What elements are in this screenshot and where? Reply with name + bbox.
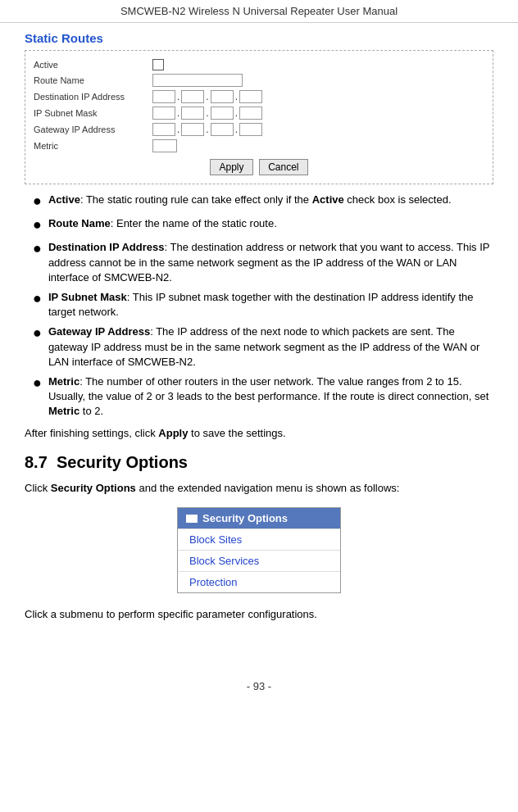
dest-ip-octet-2[interactable] xyxy=(181,90,204,103)
menu-item-protection[interactable]: Protection xyxy=(178,571,340,592)
gateway-dot-2: . xyxy=(206,124,208,135)
bullet-dot-3: ● xyxy=(33,238,42,259)
static-routes-form: Active Route Name Destination IP Address… xyxy=(25,50,493,184)
menu-item-block-sites[interactable]: Block Sites xyxy=(178,528,340,550)
bullet-term-dest: Destination IP Address xyxy=(48,241,165,253)
bullet-metric: ● Metric: The number of other routers in… xyxy=(33,374,493,420)
bullet-dest-ip: ● Destination IP Address: The destinatio… xyxy=(33,240,493,285)
bullet-text-6: Metric: The number of other routers in t… xyxy=(48,374,493,420)
cancel-button[interactable]: Cancel xyxy=(259,159,307,175)
bullet-text-4: IP Subnet Mask: This IP subnet mask toge… xyxy=(48,290,493,320)
security-options-title: Security Options xyxy=(57,453,188,471)
security-options-intro: Click Security Options and the extended … xyxy=(25,480,493,497)
gateway-octet-4[interactable] xyxy=(239,123,262,136)
gateway-row: Gateway IP Address . . . xyxy=(34,123,484,136)
bullet-subnet: ● IP Subnet Mask: This IP subnet mask to… xyxy=(33,290,493,320)
gateway-octet-2[interactable] xyxy=(181,123,204,136)
page-footer: - 93 - xyxy=(0,680,518,692)
gateway-octet-1[interactable] xyxy=(152,123,175,136)
menu-header-title: Security Options xyxy=(202,512,288,524)
apply-button[interactable]: Apply xyxy=(210,159,252,175)
bullet-term-gateway: Gateway IP Address xyxy=(48,325,150,338)
bullet-term-route: Route Name xyxy=(48,217,111,229)
bullet-text-1: Active: The static routing rule can take… xyxy=(48,193,493,207)
after-bullets-text: After finishing settings, click Apply to… xyxy=(25,425,493,442)
subnet-label: IP Subnet Mask xyxy=(34,108,152,118)
bullet-term-active: Active xyxy=(48,193,80,206)
bullet-gateway: ● Gateway IP Address: The IP address of … xyxy=(33,324,493,370)
active-label: Active xyxy=(34,60,152,70)
menu-header-icon xyxy=(186,515,198,523)
security-options-bold: Security Options xyxy=(51,482,136,494)
dest-ip-label: Destination IP Address xyxy=(34,92,152,102)
dest-ip-row: Destination IP Address . . . xyxy=(34,90,484,103)
menu-header: Security Options xyxy=(178,508,340,528)
route-name-row: Route Name xyxy=(34,74,484,87)
subnet-octet-2[interactable] xyxy=(181,107,204,120)
page-number: - 93 - xyxy=(247,680,271,692)
dest-ip-group: . . . xyxy=(152,90,262,103)
dest-ip-dot-2: . xyxy=(206,91,208,102)
bullet-text-3: Destination IP Address: The destination … xyxy=(48,240,493,285)
security-options-heading: 8.7 Security Options xyxy=(25,453,493,472)
route-name-label: Route Name xyxy=(34,75,152,85)
menu-box-wrapper: Security Options Block Sites Block Servi… xyxy=(25,507,493,593)
gateway-octet-3[interactable] xyxy=(211,123,234,136)
bullet-text-2: Route Name: Enter the name of the static… xyxy=(48,216,493,231)
active-row: Active xyxy=(34,59,484,70)
bullet-term-metric2: Metric xyxy=(48,405,80,417)
subnet-group: . . . xyxy=(152,107,262,120)
bullet-dot-2: ● xyxy=(33,215,42,235)
bullet-route-name: ● Route Name: Enter the name of the stat… xyxy=(33,216,493,235)
static-routes-bullets: ● Active: The static routing rule can ta… xyxy=(33,193,493,419)
gateway-dot-1: . xyxy=(177,124,179,135)
dest-ip-octet-1[interactable] xyxy=(152,90,175,103)
bullet-term-active2: Active xyxy=(312,193,344,206)
bullet-dot-4: ● xyxy=(33,288,42,309)
subnet-dot-2: . xyxy=(206,107,208,119)
subnet-octet-3[interactable] xyxy=(211,107,234,120)
bullet-text-5: Gateway IP Address: The IP address of th… xyxy=(48,324,493,370)
apply-bold: Apply xyxy=(158,427,188,439)
closing-text: Click a submenu to perform specific para… xyxy=(25,606,493,623)
header-title: SMCWEB-N2 Wireless N Universal Repeater … xyxy=(120,5,398,17)
menu-item-block-services[interactable]: Block Services xyxy=(178,550,340,571)
subnet-octet-1[interactable] xyxy=(152,107,175,120)
bullet-term-metric: Metric xyxy=(48,375,80,388)
subnet-dot-3: . xyxy=(235,107,238,119)
dest-ip-dot-1: . xyxy=(177,91,179,102)
section-number: 8.7 xyxy=(25,453,48,471)
gateway-dot-3: . xyxy=(235,124,238,135)
dest-ip-octet-4[interactable] xyxy=(239,90,262,103)
static-routes-title: Static Routes xyxy=(25,31,493,45)
page-header: SMCWEB-N2 Wireless N Universal Repeater … xyxy=(0,0,518,23)
page-content: Static Routes Active Route Name Destinat… xyxy=(0,23,518,655)
subnet-row: IP Subnet Mask . . . xyxy=(34,107,484,120)
dest-ip-octet-3[interactable] xyxy=(211,90,234,103)
route-name-input[interactable] xyxy=(152,74,243,87)
subnet-octet-4[interactable] xyxy=(239,107,262,120)
bullet-dot-1: ● xyxy=(33,191,42,211)
active-checkbox[interactable] xyxy=(152,59,164,70)
gateway-group: . . . xyxy=(152,123,262,136)
gateway-label: Gateway IP Address xyxy=(34,125,152,134)
security-options-menu: Security Options Block Sites Block Servi… xyxy=(177,507,341,593)
bullet-term-subnet: IP Subnet Mask xyxy=(48,291,127,303)
metric-row: Metric xyxy=(34,139,484,152)
bullet-dot-6: ● xyxy=(33,373,42,393)
metric-input[interactable] xyxy=(152,139,177,152)
metric-label: Metric xyxy=(34,141,152,151)
dest-ip-dot-3: . xyxy=(235,91,238,102)
form-buttons: Apply Cancel xyxy=(34,159,484,175)
subnet-dot-1: . xyxy=(177,107,179,119)
bullet-dot-5: ● xyxy=(33,323,42,343)
bullet-active: ● Active: The static routing rule can ta… xyxy=(33,193,493,211)
